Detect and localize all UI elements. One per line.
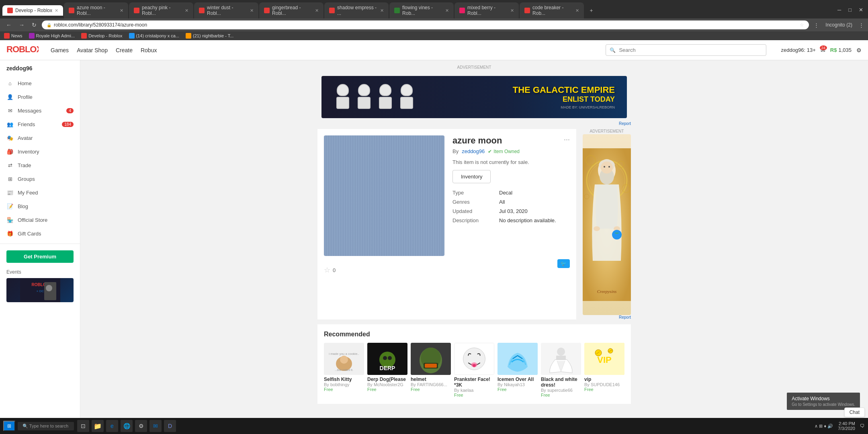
sidebar-item-official-store[interactable]: Official Store [0,213,80,227]
taskbar-search-label: Type here to search [29,424,68,428]
sidebar-item-avatar[interactable]: Avatar [0,131,80,145]
sidebar-item-profile[interactable]: Profile [0,90,80,104]
taskbar-settings[interactable]: ⚙ [135,420,147,428]
search-input[interactable] [606,44,766,56]
chat-button[interactable]: Chat [844,407,865,417]
sidebar-item-gift-cards[interactable]: Gift Cards [0,227,80,240]
get-premium-button[interactable]: Get Premium [6,250,74,263]
taskbar-task-view[interactable]: ⊡ [77,420,89,428]
sidebar-label-official-store: Official Store [18,217,47,223]
rec-item-0[interactable]: i made you a cookie.. ...but i eated it.… [324,343,364,397]
sidebar-item-blog[interactable]: Blog [0,199,80,213]
menu-icon[interactable]: ⋮ [859,22,864,28]
minimize-button[interactable]: ─ [835,6,843,14]
right-ad-report-link[interactable]: Report [583,315,631,319]
reload-button[interactable]: ↻ [30,21,39,29]
rec-item-3[interactable]: Prankster Face! *3K By kaelaa Free [454,343,494,397]
tab-close[interactable]: ✕ [315,8,319,13]
bookmark-label: Royale High Admi... [36,33,75,38]
sidebar-item-messages[interactable]: Messages 4 [0,104,80,117]
system-tray: ∧ ⊞ ♦ 🔊 [815,424,833,428]
rec-item-2[interactable]: helmet By FARTING666... Free [411,343,451,397]
close-button[interactable]: ✕ [856,6,866,14]
tab-shadow[interactable]: shadow empress - ... ✕ [324,2,389,18]
new-tab-button[interactable]: ＋ [585,4,598,16]
taskbar-file-explorer[interactable]: 📁 [92,420,104,428]
sidebar-item-home[interactable]: Home [0,76,80,90]
nav-games[interactable]: Games [51,47,69,53]
rec-thumb-3 [454,343,494,375]
recommended-grid: i made you a cookie.. ...but i eated it.… [324,343,624,397]
rec-price-4: Free [497,387,538,392]
stormtrooper-body [400,97,413,109]
bookmark-label: News [11,33,23,38]
content-area: ADVERTISEMENT [80,60,868,428]
report-link[interactable]: Report [619,121,631,126]
bookmark-news[interactable]: News [4,33,23,39]
rec-item-6[interactable]: VIP vip By SUPDUDE146 Free [584,343,624,397]
tab-vines[interactable]: flowing vines - Rob... ✕ [389,2,454,18]
bookmark-star-icon[interactable]: ☆ [800,22,804,28]
tab-close[interactable]: ✕ [445,8,449,13]
taskbar-mail[interactable]: ✉ [149,420,162,428]
messages-badge: 24 [820,45,827,50]
twitter-share-button[interactable]: 🐦 [557,259,570,268]
tab-close[interactable]: ✕ [380,8,384,13]
back-button[interactable]: ← [4,21,14,29]
tab-close[interactable]: ✕ [250,8,254,13]
tab-close[interactable]: ✕ [575,8,579,13]
url-box[interactable]: 🔒 roblox.com/library/5280933174/azure-mo… [42,20,809,29]
nav-create[interactable]: Create [116,47,133,53]
bookmark-develop[interactable]: Develop - Roblox [81,33,122,39]
detail-row-genres: Genres All [452,197,570,207]
sidebar-item-groups[interactable]: Groups [0,172,80,186]
tab-close[interactable]: ✕ [120,8,123,13]
sidebar-item-myfeed[interactable]: My Feed [0,186,80,199]
more-options-button[interactable]: ··· [564,135,570,144]
tab-code[interactable]: code breaker - Rob... ✕ [520,2,584,18]
tab-close[interactable]: ✕ [185,8,188,13]
taskbar-discord[interactable]: D [164,420,176,428]
rec-item-5[interactable]: Black and white dress! By supercutie66 F… [541,343,581,397]
bookmark-cristal[interactable]: (14) cristalpony x ca... [129,33,180,39]
tab-azure[interactable]: azure moon - Robl... ✕ [64,2,128,18]
tab-mixed[interactable]: mixed berry - Robl... ✕ [454,2,519,18]
favorites-row: ☆ 0 🐦 [324,261,570,274]
tab-peachy[interactable]: peachy pink - Robl... ✕ [129,2,193,18]
tab-gingerbread[interactable]: gingerbread - Robl... ✕ [259,2,323,18]
tab-winter[interactable]: winter dust - Robl... ✕ [194,2,258,18]
taskbar-search[interactable]: 🔍 Type here to search [18,422,74,428]
maximize-button[interactable]: □ [846,6,854,14]
rec-item-4[interactable]: Icemen Over All By Nikayah13 Free [497,343,538,397]
robux-display[interactable]: R$ 1,035 [830,47,852,53]
extensions-icon[interactable]: ⋮ [814,22,819,28]
item-detail-main: azure moon ··· By zeddog96 ✔ Item Owned [317,129,576,319]
messages-button[interactable]: ✉ 24 [821,47,825,53]
tab-develop[interactable]: Develop - Roblox ✕ [2,5,63,16]
favorite-star-icon[interactable]: ☆ [324,266,330,274]
bookmarks-bar: News Royale High Admi... Develop - Roblo… [0,31,868,40]
settings-button[interactable]: ⚙ [856,47,862,53]
bookmark-favicon [29,33,35,39]
profile-button[interactable]: Incognito (2) [822,21,856,29]
bookmark-night[interactable]: (21) nightbarbie - T... [186,33,233,39]
notification-icon[interactable]: 🗨 [860,423,865,428]
taskbar-chrome[interactable]: 🌐 [121,420,133,428]
nav-avatar-shop[interactable]: Avatar Shop [77,47,108,53]
nav-robux[interactable]: Robux [141,47,157,53]
start-button[interactable]: ⊞ [3,421,15,428]
roblox-logo[interactable]: ROBLOX [6,44,39,56]
taskbar-edge[interactable]: e [106,420,118,428]
tab-label: code breaker - Rob... [532,5,573,16]
inventory-button[interactable]: Inventory [452,170,491,183]
sidebar-item-friends[interactable]: Friends 184 [0,117,80,131]
sidebar-item-inventory[interactable]: Inventory [0,145,80,158]
bookmark-royale[interactable]: Royale High Admi... [29,33,75,39]
item-author-link[interactable]: zeddog96 [462,148,485,154]
tab-close[interactable]: ✕ [55,8,58,13]
sidebar-item-trade[interactable]: Trade [0,158,80,172]
tab-close[interactable]: ✕ [510,8,514,13]
rec-item-1[interactable]: DERP Derp Dog(Please By McNoobster2G Fre… [367,343,407,397]
events-image[interactable]: ROBLOX × DC [6,278,74,302]
forward-button[interactable]: → [17,21,27,29]
